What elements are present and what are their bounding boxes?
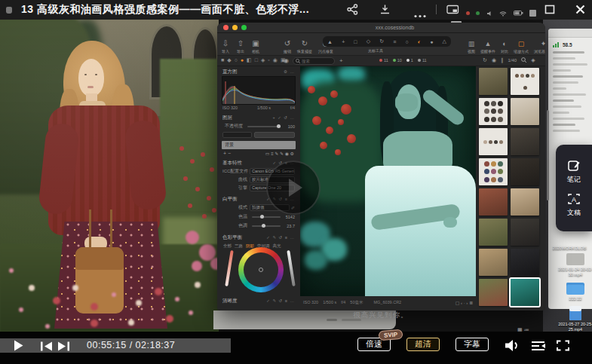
background-layer-row[interactable]: 背景	[222, 141, 296, 149]
color-balance-tab[interactable]: 三路	[235, 243, 243, 249]
cursor-tool-icon[interactable]: ▲	[327, 39, 333, 44]
folder-icon[interactable]	[566, 283, 584, 295]
filmstrip-thumb[interactable]	[511, 188, 539, 216]
color-balance-tab[interactable]: 高光	[273, 243, 281, 249]
filter-counts[interactable]: 1110111	[379, 58, 427, 63]
clarity-header[interactable]: 清晰度✓ ✎ ↺ ≡ …	[220, 297, 297, 304]
zoom-traffic-light[interactable]	[241, 25, 247, 30]
histogram-header[interactable]: 直方图⚙ …	[220, 68, 297, 75]
cursor-tool-icon[interactable]: ◇	[367, 38, 370, 44]
filmstrip-thumb[interactable]	[479, 219, 508, 246]
wheel-center-marker[interactable]	[259, 268, 263, 272]
filmstrip-thumb[interactable]	[479, 98, 508, 125]
redo-button[interactable]: ↻恢复捕捉	[297, 35, 312, 54]
import-button[interactable]: ⇩导入	[222, 35, 229, 54]
filter-count[interactable]: 1	[406, 58, 413, 63]
layers-header[interactable]: 图层+ ✓ ↺ …	[220, 114, 297, 121]
more-icon[interactable]	[413, 8, 427, 21]
fullscreen-button[interactable]	[557, 340, 569, 354]
filmstrip-thumb[interactable]	[511, 279, 539, 306]
tool-tab-icon[interactable]: ●	[241, 57, 244, 63]
cursor-tool-icon[interactable]: ○	[405, 39, 408, 44]
next-button[interactable]	[57, 341, 70, 354]
zoom-mode-button[interactable]: ▢缩放方式	[514, 35, 529, 54]
cursor-tool-icon[interactable]: ◐	[418, 39, 421, 44]
filmstrip-scrollbar[interactable]	[547, 110, 549, 200]
notes-button[interactable]: 笔记	[567, 159, 581, 185]
cursor-tool-icon[interactable]: +	[342, 39, 345, 44]
volume-button[interactable]	[504, 339, 520, 355]
add-layer-icon[interactable]: + −	[223, 151, 231, 156]
tint-slider[interactable]	[252, 225, 281, 227]
window-mode-icon[interactable]	[544, 4, 555, 17]
rotate-icon[interactable]: ↻	[483, 57, 487, 63]
compare-button[interactable]: ◐对比	[501, 35, 508, 54]
close-traffic-light[interactable]	[223, 25, 229, 30]
add-icon[interactable]: +	[339, 58, 343, 64]
playlist-button[interactable]	[530, 341, 546, 354]
viewer-nav-icons[interactable]: ▢ ‹ · › ≣	[456, 300, 473, 305]
cursor-tool-icon[interactable]: ↻	[379, 38, 384, 44]
capture-one-window[interactable]: xxx.cosessiondb ⇩导入 ⇧导出 ▣相机 ↺撤销 ↻恢复捕捉 ◎污…	[217, 23, 545, 310]
filter-count[interactable]: 10	[393, 58, 402, 63]
share-icon[interactable]	[347, 4, 358, 18]
filmstrip-thumb[interactable]	[479, 68, 508, 95]
tool-tab-icon[interactable]: ◧	[247, 57, 252, 63]
tool-tab-icon[interactable]: ◉	[273, 57, 278, 63]
viewer-photo[interactable]	[300, 66, 476, 296]
document-file-icon[interactable]	[569, 306, 581, 320]
opacity-slider[interactable]	[247, 126, 281, 127]
filter-count[interactable]: 11	[379, 58, 388, 63]
tool-tab-icon[interactable]: ■	[221, 57, 224, 63]
layer-action-button[interactable]	[254, 132, 295, 138]
filmstrip-thumb[interactable]	[479, 128, 508, 155]
filmstrip-thumb[interactable]	[479, 158, 508, 185]
filmstrip-thumb[interactable]	[479, 188, 508, 216]
search-field[interactable]: 搜索	[293, 57, 335, 65]
filmstrip-thumb[interactable]	[511, 158, 539, 185]
filmstrip-thumb[interactable]	[511, 128, 539, 155]
minimize-traffic-light[interactable]	[232, 25, 238, 30]
lightness-arc[interactable]	[287, 250, 295, 286]
camera-button[interactable]: ▣相机	[252, 35, 259, 54]
quality-button[interactable]: 超清	[406, 338, 440, 351]
filmstrip-thumb[interactable]	[479, 249, 508, 276]
tool-tab-icon[interactable]: ◆	[227, 57, 231, 63]
tool-tab-icon[interactable]: □	[255, 57, 258, 63]
color-balance-header[interactable]: 色彩平衡✓ ✎ ↺ ≡ …	[220, 234, 297, 241]
play-button[interactable]	[13, 339, 24, 355]
cursor-tool-icon[interactable]: ≡	[393, 39, 396, 44]
close-icon[interactable]	[575, 4, 586, 18]
search-icon[interactable]	[521, 57, 526, 63]
tool-tab-bar[interactable]: ■◆○●◧□◈▫◉▣	[221, 57, 286, 63]
browser-filter-button[interactable]: ✦浏览器过滤	[534, 35, 545, 54]
alerts-button[interactable]: ▲提醒事件	[480, 35, 495, 54]
download-icon[interactable]	[379, 4, 391, 18]
cursor-tool-icon[interactable]: ●	[430, 39, 433, 44]
export-button[interactable]: ⇧导出	[237, 35, 244, 54]
filter-icon[interactable]: ◈	[531, 57, 535, 63]
docs-button[interactable]: A 文稿	[567, 192, 581, 218]
layer-dropdown[interactable]	[222, 132, 252, 138]
tool-tab-icon[interactable]: ◈	[261, 57, 265, 63]
pause-icon[interactable]: ∥	[501, 57, 504, 63]
filmstrip-thumb[interactable]	[479, 279, 508, 306]
cursor-tools-group[interactable]: ▲+□◇↻≡○◐●△	[323, 36, 451, 47]
previous-button[interactable]	[40, 341, 53, 354]
mask-tools-icons[interactable]: ▭ ≡ ✎ ✎ ◉ ⚙	[265, 151, 294, 156]
filmstrip-thumb[interactable]	[511, 219, 539, 246]
filmstrip-thumb[interactable]	[511, 98, 539, 125]
view-button[interactable]: ▥视图	[468, 35, 475, 54]
filmstrip-thumb[interactable]	[511, 68, 539, 95]
video-frame[interactable]: 58.5 笔记 A 文稿 2020WORKOLOB 2021-01-24 20-…	[0, 20, 592, 332]
undo-button[interactable]: ↺撤销	[284, 35, 291, 54]
archive-file-icon[interactable]	[566, 253, 584, 265]
eye-icon[interactable]: ◉	[492, 57, 496, 63]
pip-icon[interactable]	[446, 4, 459, 18]
temp-slider[interactable]	[252, 216, 281, 218]
cursor-tool-icon[interactable]: □	[354, 39, 357, 44]
tool-tab-icon[interactable]: ▫	[268, 57, 269, 63]
filmstrip-thumb[interactable]	[511, 249, 539, 276]
color-balance-tab[interactable]: 全部	[223, 243, 232, 249]
cursor-tool-icon[interactable]: △	[443, 38, 446, 44]
